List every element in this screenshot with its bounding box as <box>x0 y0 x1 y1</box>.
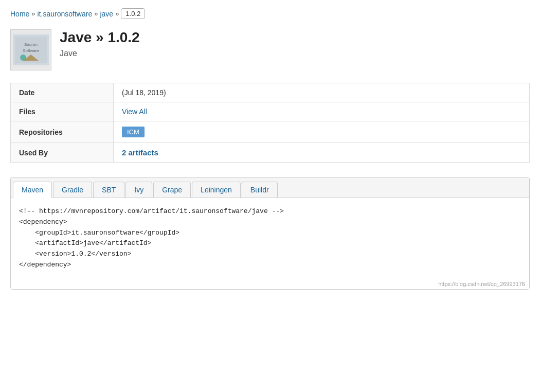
breadcrumb-sep-1: » <box>31 10 35 17</box>
tabs-header: Maven Gradle SBT Ivy Grape Leiningen Bui… <box>11 177 529 198</box>
info-table: Date (Jul 18, 2019) Files View All Repos… <box>10 83 530 163</box>
used-by-value: 2 artifacts <box>114 143 530 163</box>
breadcrumb-sep-2: » <box>94 10 98 17</box>
tab-content-maven: <!-- https://mvnrepository.com/artifact/… <box>11 198 529 279</box>
tab-maven[interactable]: Maven <box>13 182 52 198</box>
tabs-section: Maven Gradle SBT Ivy Grape Leiningen Bui… <box>10 177 530 290</box>
tab-leiningen[interactable]: Leiningen <box>192 182 241 198</box>
files-label: Files <box>11 102 114 121</box>
repositories-value: ICM <box>114 121 530 143</box>
artifact-logo-svg: Sauron Software <box>13 34 49 65</box>
used-by-label: Used By <box>11 143 114 163</box>
svg-text:Sauron: Sauron <box>24 42 38 47</box>
breadcrumb-sep-3: » <box>115 10 119 17</box>
table-row-used-by: Used By 2 artifacts <box>11 143 530 163</box>
artifact-title: Jave » 1.0.2 <box>60 29 140 46</box>
repositories-label: Repositories <box>11 121 114 143</box>
table-row-files: Files View All <box>11 102 530 121</box>
maven-code: <!-- https://mvnrepository.com/artifact/… <box>19 206 521 271</box>
breadcrumb-home[interactable]: Home <box>10 10 29 18</box>
watermark-text: https://blog.csdn.net/qq_26993176 <box>438 281 525 287</box>
tab-buildr[interactable]: Buildr <box>242 182 278 198</box>
artifact-subtitle: Jave <box>60 49 140 58</box>
breadcrumb: Home » it.sauronsoftware » jave » 1.0.2 <box>10 8 530 19</box>
breadcrumb-group[interactable]: it.sauronsoftware <box>38 10 93 18</box>
artifact-title-block: Jave » 1.0.2 Jave <box>60 29 140 58</box>
table-row-date: Date (Jul 18, 2019) <box>11 83 530 102</box>
tab-grape[interactable]: Grape <box>153 182 191 198</box>
artifacts-link[interactable]: 2 artifacts <box>122 148 158 157</box>
date-value: (Jul 18, 2019) <box>114 83 530 102</box>
tab-ivy[interactable]: Ivy <box>125 182 152 198</box>
breadcrumb-artifact[interactable]: jave <box>100 10 113 18</box>
breadcrumb-version: 1.0.2 <box>121 8 145 19</box>
table-row-repositories: Repositories ICM <box>11 121 530 143</box>
watermark: https://blog.csdn.net/qq_26993176 <box>11 279 529 289</box>
view-all-link[interactable]: View All <box>122 108 147 116</box>
tab-gradle[interactable]: Gradle <box>53 182 92 198</box>
svg-text:Software: Software <box>23 48 39 53</box>
files-value: View All <box>114 102 530 121</box>
tab-sbt[interactable]: SBT <box>93 182 124 198</box>
artifact-header: Sauron Software Jave » 1.0.2 Jave <box>10 29 530 70</box>
artifact-icon: Sauron Software <box>10 29 51 70</box>
date-label: Date <box>11 83 114 102</box>
icm-badge: ICM <box>122 127 145 137</box>
